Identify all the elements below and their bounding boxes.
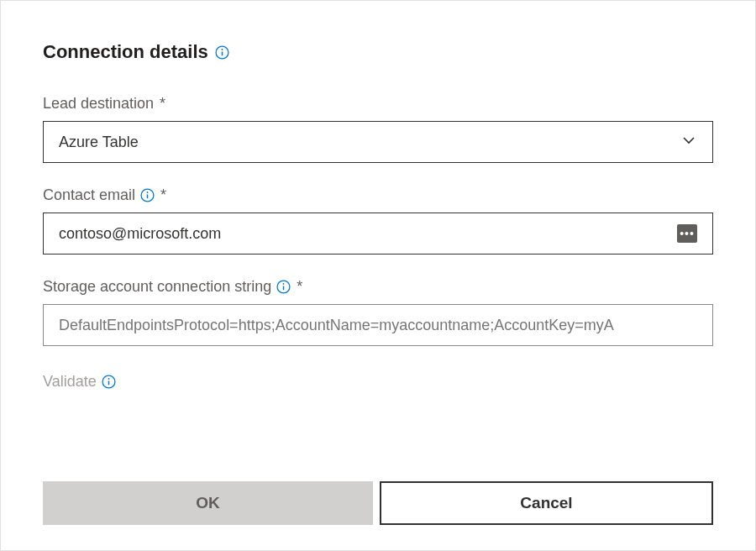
svg-point-11: [108, 378, 110, 380]
more-icon[interactable]: •••: [677, 224, 697, 243]
contact-email-input-wrapper: •••: [43, 213, 713, 255]
info-icon[interactable]: [102, 375, 117, 390]
connection-string-input-wrapper: [43, 304, 713, 346]
svg-point-2: [222, 49, 223, 50]
info-icon[interactable]: [215, 45, 230, 60]
contact-email-input[interactable]: [59, 225, 677, 243]
lead-destination-field: Lead destination* Azure Table: [43, 95, 713, 163]
info-icon[interactable]: [139, 188, 155, 203]
svg-point-8: [282, 283, 284, 285]
info-icon[interactable]: [276, 280, 291, 295]
footer-buttons: OK Cancel: [43, 481, 713, 525]
required-indicator: *: [297, 278, 302, 296]
contact-email-field: Contact email * •••: [43, 186, 713, 255]
contact-email-label: Contact email *: [43, 186, 713, 204]
lead-destination-value: Azure Table: [59, 134, 680, 151]
required-indicator: *: [160, 95, 165, 113]
validate-link[interactable]: Validate: [43, 373, 713, 391]
connection-string-input[interactable]: [59, 317, 697, 334]
ok-button[interactable]: OK: [43, 481, 373, 525]
lead-destination-select[interactable]: Azure Table: [43, 121, 713, 163]
svg-point-5: [146, 192, 148, 193]
connection-string-field: Storage account connection string *: [43, 278, 713, 346]
cancel-button[interactable]: Cancel: [380, 481, 713, 525]
validate-label: Validate: [43, 373, 97, 391]
panel-header: Connection details: [43, 41, 713, 63]
lead-destination-label: Lead destination*: [43, 95, 713, 113]
page-title: Connection details: [43, 41, 208, 63]
connection-details-panel: Connection details Lead destination* Azu…: [0, 0, 756, 551]
required-indicator: *: [160, 186, 166, 204]
chevron-down-icon: [680, 132, 697, 152]
connection-string-label: Storage account connection string *: [43, 278, 713, 296]
